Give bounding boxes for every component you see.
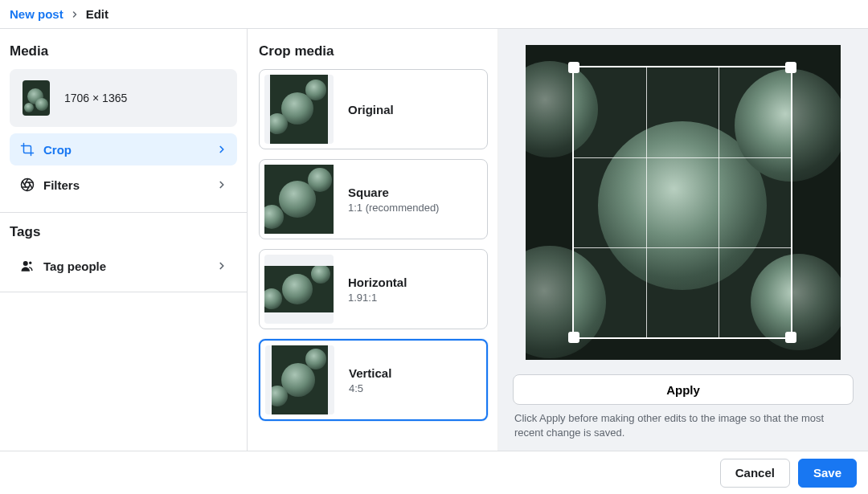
crop-option-label: Original <box>348 103 394 116</box>
crop-option-vertical[interactable]: Vertical 4:5 <box>259 339 488 421</box>
crop-option-label: Horizontal <box>348 276 407 289</box>
crop-selection[interactable] <box>572 66 792 339</box>
crop-media-title: Crop media <box>259 43 488 59</box>
sidebar: Media 1706 × 1365 Crop Filters <box>0 29 248 451</box>
divider <box>0 212 247 213</box>
breadcrumb-parent-link[interactable]: New post <box>10 7 63 21</box>
sidebar-item-label: Filters <box>43 178 80 192</box>
crop-stage[interactable] <box>526 45 841 360</box>
crop-option-label: Square <box>348 186 439 199</box>
crop-option-original[interactable]: Original <box>259 69 488 149</box>
chevron-right-icon <box>216 260 227 271</box>
aperture-icon <box>19 177 35 193</box>
media-section-title: Media <box>10 43 237 59</box>
crop-canvas-panel: Apply Click Apply before making other ed… <box>498 29 868 451</box>
sidebar-item-filters[interactable]: Filters <box>10 169 237 201</box>
crop-option-sublabel: 1:1 (recommended) <box>348 202 439 214</box>
breadcrumb-current: Edit <box>86 7 108 21</box>
crop-option-horizontal[interactable]: Horizontal 1.91:1 <box>259 249 488 329</box>
chevron-right-icon <box>216 179 227 190</box>
crop-options-panel: Crop media Original Square 1:1 (recommen… <box>248 29 498 451</box>
tag-people-icon <box>19 258 35 274</box>
save-button[interactable]: Save <box>798 459 857 488</box>
sidebar-item-label: Crop <box>43 143 72 157</box>
media-dimensions: 1706 × 1365 <box>64 92 127 104</box>
cancel-button[interactable]: Cancel <box>720 459 790 488</box>
chevron-right-icon <box>70 10 80 19</box>
svg-point-7 <box>23 261 28 266</box>
breadcrumb: New post Edit <box>0 0 868 29</box>
crop-option-sublabel: 4:5 <box>349 382 391 394</box>
crop-handle-tr[interactable] <box>785 62 796 73</box>
crop-option-square[interactable]: Square 1:1 (recommended) <box>259 159 488 239</box>
media-item[interactable]: 1706 × 1365 <box>10 69 237 127</box>
sidebar-item-label: Tag people <box>43 259 106 273</box>
crop-handle-br[interactable] <box>785 332 796 343</box>
sidebar-item-crop[interactable]: Crop <box>10 133 237 165</box>
apply-button[interactable]: Apply <box>513 374 854 405</box>
footer: Cancel Save <box>0 451 868 494</box>
crop-option-sublabel: 1.91:1 <box>348 292 407 304</box>
sidebar-item-tag-people[interactable]: Tag people <box>10 250 237 282</box>
apply-hint: Click Apply before making other edits to… <box>513 411 854 440</box>
media-thumbnail <box>23 80 50 116</box>
chevron-right-icon <box>216 144 227 155</box>
tags-section-title: Tags <box>10 224 237 240</box>
divider <box>0 292 247 292</box>
crop-handle-bl[interactable] <box>568 332 579 343</box>
crop-icon <box>19 141 35 157</box>
svg-point-8 <box>29 262 31 264</box>
crop-handle-tl[interactable] <box>568 62 579 73</box>
crop-option-label: Vertical <box>349 366 391 380</box>
